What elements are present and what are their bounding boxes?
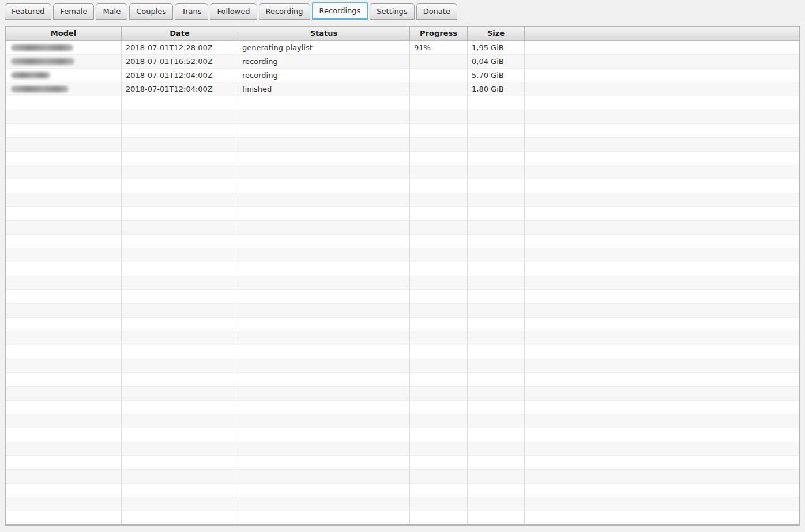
cell-filler — [525, 248, 799, 262]
cell-date — [122, 221, 238, 235]
cell-date — [122, 401, 238, 414]
cell-date — [122, 207, 238, 221]
cell-date — [122, 345, 238, 359]
cell-progress — [410, 276, 468, 290]
cell-model — [6, 41, 122, 55]
cell-date — [122, 318, 238, 331]
cell-size — [468, 179, 525, 193]
table-row-empty — [6, 193, 799, 207]
cell-size — [468, 96, 525, 110]
cell-size — [468, 207, 525, 221]
cell-model — [6, 124, 122, 138]
table-header: Model Date Status Progress Size — [6, 27, 799, 41]
cell-size — [468, 290, 525, 304]
table-row-empty — [6, 152, 799, 165]
cell-date — [122, 414, 238, 428]
cell-status — [238, 276, 410, 290]
cell-model — [6, 262, 122, 276]
cell-size: 0,04 GiB — [468, 55, 525, 69]
cell-size — [468, 470, 525, 484]
cell-status — [238, 456, 410, 470]
cell-status — [238, 110, 410, 124]
cell-status — [238, 373, 410, 387]
cell-model — [6, 179, 122, 193]
column-header-size[interactable]: Size — [468, 27, 525, 40]
tab-followed[interactable]: Followed — [210, 3, 257, 20]
cell-progress — [410, 304, 468, 318]
cell-progress — [410, 165, 468, 179]
tab-bar: FeaturedFemaleMaleCouplesTransFollowedRe… — [0, 0, 805, 20]
cell-size — [468, 262, 525, 276]
tab-recording[interactable]: Recording — [259, 3, 310, 20]
tab-female[interactable]: Female — [53, 3, 94, 20]
column-header-status[interactable]: Status — [238, 27, 410, 40]
cell-filler — [525, 470, 799, 484]
tab-male[interactable]: Male — [96, 3, 127, 20]
tab-trans[interactable]: Trans — [175, 3, 208, 20]
cell-model — [6, 318, 122, 331]
cell-size — [468, 511, 525, 525]
cell-progress — [410, 511, 468, 525]
cell-model — [6, 428, 122, 442]
cell-model — [6, 373, 122, 387]
table-row-empty — [6, 290, 799, 304]
cell-filler — [525, 331, 799, 345]
cell-status — [238, 235, 410, 248]
column-header-model[interactable]: Model — [6, 27, 122, 40]
column-header-progress[interactable]: Progress — [410, 27, 468, 40]
cell-progress — [410, 235, 468, 248]
cell-date — [122, 290, 238, 304]
cell-size — [468, 276, 525, 290]
cell-size: 1,95 GiB — [468, 41, 525, 55]
cell-filler — [525, 96, 799, 110]
cell-progress: 91% — [410, 41, 468, 55]
cell-filler — [525, 345, 799, 359]
cell-progress — [410, 387, 468, 401]
tab-donate[interactable]: Donate — [416, 3, 457, 20]
cell-status — [238, 262, 410, 276]
cell-size — [468, 124, 525, 138]
table-row-empty — [6, 235, 799, 248]
table-row-empty — [6, 331, 799, 345]
cell-progress — [410, 262, 468, 276]
cell-filler — [525, 110, 799, 124]
tab-couples[interactable]: Couples — [129, 3, 173, 20]
table-row[interactable]: 2018-07-01T12:04:00Zrecording5,70 GiB — [6, 69, 799, 82]
cell-filler — [525, 193, 799, 207]
cell-model — [6, 221, 122, 235]
cell-status: recording — [238, 55, 410, 69]
cell-filler — [525, 484, 799, 497]
tab-featured[interactable]: Featured — [5, 3, 51, 20]
cell-model — [6, 470, 122, 484]
cell-status — [238, 345, 410, 359]
cell-date — [122, 193, 238, 207]
cell-size — [468, 193, 525, 207]
cell-progress — [410, 207, 468, 221]
cell-status — [238, 304, 410, 318]
cell-size — [468, 304, 525, 318]
cell-model — [6, 193, 122, 207]
cell-filler — [525, 41, 799, 55]
cell-filler — [525, 82, 799, 96]
cell-size — [468, 345, 525, 359]
table-row[interactable]: 2018-07-01T16:52:00Zrecording0,04 GiB — [6, 55, 799, 69]
cell-filler — [525, 387, 799, 401]
cell-model — [6, 359, 122, 373]
cell-date: 2018-07-01T12:04:00Z — [122, 82, 238, 96]
column-header-date[interactable]: Date — [122, 27, 238, 40]
cell-filler — [525, 179, 799, 193]
table-row-empty — [6, 414, 799, 428]
cell-date — [122, 359, 238, 373]
table-row[interactable]: 2018-07-01T12:28:00Zgenerating playlist9… — [6, 41, 799, 55]
column-header-filler — [525, 27, 799, 40]
tab-settings[interactable]: Settings — [370, 3, 414, 20]
cell-size — [468, 387, 525, 401]
table-row[interactable]: 2018-07-01T12:04:00Zfinished1,80 GiB — [6, 82, 799, 96]
cell-status — [238, 124, 410, 138]
cell-date: 2018-07-01T12:04:00Z — [122, 69, 238, 82]
tab-recordings[interactable]: Recordings — [312, 2, 368, 20]
cell-progress — [410, 331, 468, 345]
cell-progress — [410, 359, 468, 373]
cell-size — [468, 484, 525, 497]
cell-size: 5,70 GiB — [468, 69, 525, 82]
